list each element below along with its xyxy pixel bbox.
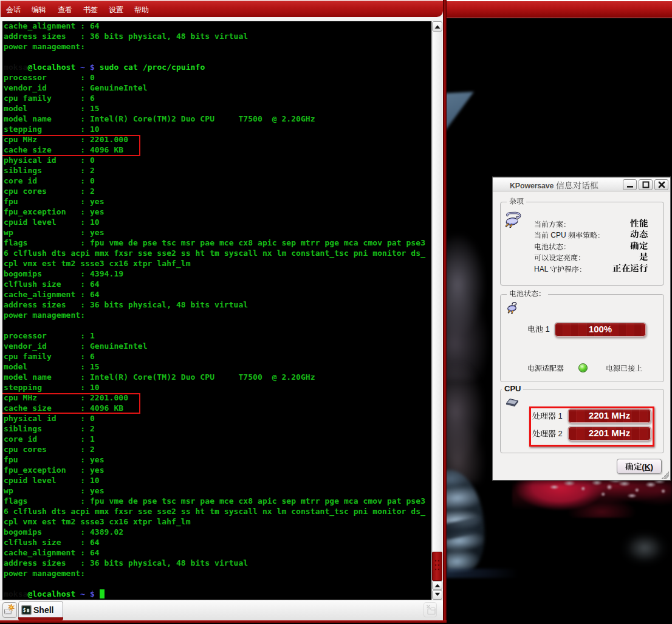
cjk-glyph (527, 325, 535, 333)
ok-button[interactable]: (K) (617, 459, 662, 474)
new-session-button[interactable] (2, 602, 17, 618)
cjk-glyph (564, 181, 573, 190)
kpowersave-dialog: KPowersave CPU (492, 176, 671, 481)
menu-item-5[interactable]: 设置 (109, 5, 123, 15)
terminal-output-line: cpl vmx est tm2 ssse3 cx16 xtpr lahf_lm (4, 258, 425, 269)
scroll-down-button[interactable] (432, 590, 442, 600)
terminal-output-line: cpu cores : 2 (4, 186, 425, 196)
terminal-output-line: flags : fpu vme de pse tsc msr pae mce c… (4, 238, 425, 248)
cjk-glyph (578, 254, 585, 261)
scrollbar-thumb[interactable] (432, 552, 442, 581)
terminal-output-line: siblings : 2 (4, 423, 425, 434)
terminal-prompt-line: moksa@localhost ~ $ sudo cat /proc/cpuin… (4, 62, 425, 72)
terminal-output-line: power management: (4, 41, 425, 52)
close-button[interactable] (654, 179, 668, 190)
terminal-output-line: 6 clflush dts acpi mmx fxsr sse sse2 ss … (4, 506, 425, 516)
cjk-glyph (597, 231, 605, 239)
prompt-symbol: $ (90, 589, 100, 598)
cjk-glyph (630, 241, 639, 250)
cjk-glyph (538, 290, 546, 297)
prompt-directory: ~ (75, 589, 90, 598)
prompt-username: moksa (4, 589, 27, 598)
row-label (534, 220, 571, 228)
cjk-glyph (639, 241, 648, 250)
terminal-cursor (100, 589, 105, 598)
dialog-titlebar[interactable]: KPowersave (493, 177, 670, 191)
terminal-output-line: cpu family : 6 (4, 93, 425, 103)
cjk-glyph (625, 462, 634, 471)
annotation-box-cpu1 (2, 135, 140, 156)
grip-dot (438, 569, 439, 570)
konsole-menubar: 会话编辑查看书签设置帮助 (0, 0, 443, 17)
terminal-output-line: cache_alignment : 64 (4, 547, 425, 558)
terminal-output-line: physical id : 0 (4, 413, 425, 423)
wallpaper-highlight (447, 92, 476, 131)
terminal-prompt-line: moksa@localhost ~ $ (4, 589, 425, 599)
tab-shell[interactable]: $ Shell (18, 601, 63, 619)
cjk-glyph (563, 254, 571, 261)
maximize-button[interactable] (639, 179, 653, 190)
cjk-glyph (534, 254, 541, 261)
terminal-output-line: clflush size : 64 (4, 279, 425, 289)
row-value (630, 230, 648, 239)
wallpaper-smoke (447, 234, 492, 380)
terminal-output-line: clflush size : 64 (4, 537, 425, 547)
cjk-glyph (630, 230, 639, 239)
grip-dot (435, 560, 436, 561)
cjk-glyph (541, 243, 549, 250)
annotation-box-cpu2 (2, 393, 140, 414)
ok-button-label: (K) (625, 461, 653, 471)
wallpaper-highlight-shape (447, 92, 476, 131)
dialog-title-cjk (556, 180, 598, 190)
scroll-up-button[interactable] (432, 21, 442, 32)
grip-dot (435, 564, 436, 566)
minimize-button[interactable] (623, 179, 637, 190)
wallpaper-strip (447, 569, 518, 578)
cjk-glyph (639, 230, 648, 239)
cjk-glyph (531, 290, 538, 297)
dialog-title-latin: KPowersave (510, 182, 556, 190)
menu-item-6[interactable]: 帮助 (134, 5, 149, 15)
terminal-scrollbar[interactable] (431, 21, 442, 600)
terminal-output-line: wp : yes (4, 227, 425, 238)
wallpaper-fabric-pattern (547, 479, 672, 505)
cjk-glyph (550, 266, 557, 273)
terminal-output-line: vendor_id : GenuineIntel (4, 83, 425, 93)
cjk-glyph (535, 365, 542, 372)
terminal-output-line: cache_alignment : 64 (4, 21, 425, 31)
adapter-row (527, 363, 665, 375)
arrow-down-icon (434, 592, 441, 597)
terminal-screen[interactable]: cache_alignment : 64address sizes : 36 b… (2, 21, 431, 600)
minimize-icon (626, 181, 633, 188)
resize-grip[interactable] (662, 471, 669, 479)
prompt-hostname: @localhost (27, 63, 75, 72)
scroll-up-button-bottom[interactable] (432, 581, 442, 590)
wallpaper-object (621, 526, 668, 570)
new-session-icon (3, 603, 16, 617)
ok-key-paren-close: ) (650, 462, 653, 471)
scrollbar-track[interactable] (432, 32, 442, 581)
detach-tab-button[interactable] (423, 602, 437, 617)
cjk-glyph (612, 264, 622, 273)
terminal-output-line (4, 578, 425, 589)
group-battery: 1 100% (500, 294, 664, 382)
menu-item-3[interactable]: 查看 (58, 5, 72, 15)
svg-text:$: $ (23, 608, 26, 613)
plug-icon (507, 301, 519, 315)
terminal-output-line: bogomips : 4394.19 (4, 269, 425, 279)
terminal-output-line: fpu_exception : yes (4, 465, 425, 475)
terminal-output-line (4, 52, 425, 62)
menu-item-2[interactable]: 编辑 (32, 5, 46, 15)
cpu-chip-icon (506, 397, 520, 410)
row-hal-daemon: HAL (534, 265, 648, 276)
cjk-glyph (516, 197, 524, 205)
menu-item-4[interactable]: 书签 (83, 5, 98, 15)
row-label (534, 242, 571, 251)
menu-item-1[interactable]: 会话 (6, 5, 21, 15)
group-battery-title (507, 289, 548, 298)
cjk-glyph (556, 254, 563, 261)
terminal-output-line: cpuid level : 10 (4, 217, 425, 227)
row-value (630, 241, 648, 251)
terminal-output-line: vendor_id : GenuineIntel (4, 341, 425, 351)
group-misc-title (507, 197, 526, 205)
